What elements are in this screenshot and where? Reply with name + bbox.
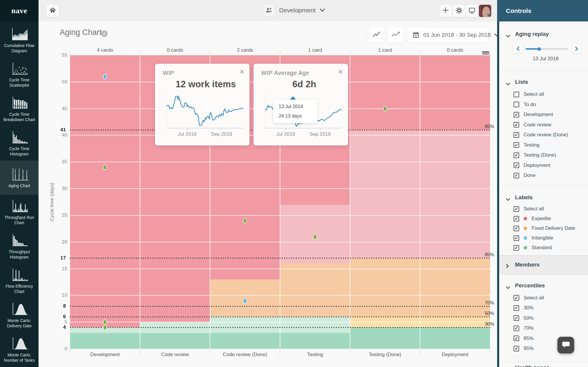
display-button[interactable]	[466, 5, 478, 17]
checkbox-label: 95%	[524, 346, 534, 351]
work-item-dot[interactable]	[103, 319, 107, 325]
checkbox-row[interactable]: ✓50%	[497, 313, 588, 324]
lists-section: Lists Select allTo do✓Development✓Code r…	[497, 71, 588, 186]
sidebar-item-cumulative-flow[interactable]: Cumulative Flow Diagram	[0, 23, 39, 57]
user-avatar[interactable]	[479, 5, 491, 17]
sidebar-item-throughput[interactable]: Throughput Histogram	[0, 229, 39, 264]
sidebar-item-throughput-run[interactable]: Throughput Run Chart	[0, 195, 39, 229]
checkbox-checked[interactable]: ✓	[514, 142, 519, 148]
health-zones-header[interactable]: Health zones	[497, 364, 588, 367]
main-content: Aging Chart i 01 Jun 2018 - 30 Sep 2018 …	[39, 21, 497, 367]
checkbox-checked[interactable]: ✓	[514, 206, 519, 212]
checkbox-checked[interactable]: ✓	[514, 245, 519, 251]
checkbox-label: Development	[524, 112, 553, 118]
checkbox-row[interactable]: ✓Done	[497, 170, 588, 181]
health-zone	[140, 333, 210, 349]
chevron-down-icon	[506, 196, 510, 199]
sidebar-item-flow-efficiency[interactable]: Flow Efficiency Chart	[0, 264, 39, 298]
checkbox-unchecked[interactable]	[514, 102, 519, 107]
label-color-dot	[524, 236, 527, 240]
sidebar-item-aging-chart[interactable]: Aging Chart	[0, 160, 39, 195]
home-button[interactable]	[46, 5, 59, 17]
date-range-picker[interactable]: 01 Jun 2018 - 30 Sep 2018	[407, 27, 488, 43]
y-axis-tick: 0	[65, 346, 67, 352]
checkbox-checked[interactable]: ✓	[514, 153, 519, 158]
checkbox-row[interactable]: ✓85%	[497, 334, 588, 344]
members-header[interactable]: Members	[497, 261, 588, 269]
aging-replay-header[interactable]: Aging replay	[497, 30, 588, 38]
sidebar-item-monte-carlo-[interactable]: Monte Carlo: Delivery Date	[0, 298, 39, 332]
checkbox-row[interactable]: ✓95%	[497, 343, 588, 354]
checkbox-row[interactable]: ✓Testing (Done)	[497, 150, 588, 160]
add-button[interactable]	[439, 5, 452, 17]
work-item-dot[interactable]	[103, 74, 107, 79]
checkbox-checked[interactable]: ✓	[514, 336, 519, 341]
checkbox-checked[interactable]: ✓	[514, 315, 519, 321]
chat-button[interactable]	[557, 337, 574, 353]
checkbox-checked[interactable]: ✓	[514, 305, 519, 311]
forecast-toggle-button[interactable]	[388, 27, 404, 43]
checkbox-checked[interactable]: ✓	[514, 326, 519, 331]
replay-slider-track[interactable]	[526, 48, 568, 50]
checkbox-row[interactable]: ✓Testing	[497, 140, 588, 150]
work-item-dot[interactable]	[383, 106, 387, 111]
checkbox-row[interactable]: ✓Select all	[497, 204, 588, 214]
settings-button[interactable]	[453, 5, 465, 17]
checkbox-row[interactable]: ✓Fixed Delivery Date	[497, 224, 588, 233]
checkbox-unchecked[interactable]	[514, 92, 519, 97]
work-item-dot[interactable]	[243, 218, 247, 224]
checkbox-row[interactable]: ✓Development	[497, 110, 588, 120]
sidebar-item-label: Cycle Time Histogram	[9, 146, 29, 157]
checkbox-checked[interactable]: ✓	[514, 132, 519, 138]
sidebar-item-cycle-time[interactable]: Cycle Time Breakdown Chart	[0, 92, 39, 126]
replay-prev-button[interactable]	[513, 44, 522, 53]
checkbox-checked[interactable]: ✓	[514, 235, 519, 241]
checkbox-checked[interactable]: ✓	[514, 122, 519, 128]
y-axis-tick: 35	[62, 159, 67, 165]
nave-logo[interactable]: nave	[0, 0, 39, 21]
work-item-dot[interactable]	[103, 325, 107, 330]
checkbox-checked[interactable]: ✓	[514, 226, 519, 231]
chart-tooltip: 13 Jul 2018 24.13 days	[273, 100, 317, 123]
checkbox-checked[interactable]: ✓	[514, 346, 519, 351]
checkbox-row[interactable]: ✓Code review	[497, 120, 588, 130]
work-item-dot[interactable]	[243, 298, 247, 304]
work-item-dot[interactable]	[103, 165, 107, 170]
sidebar-item-cycle-time[interactable]: Cycle Time Histogram	[0, 126, 39, 160]
board-selector[interactable]: Development	[263, 4, 325, 16]
column-boundary-tick	[70, 51, 70, 55]
checkbox-row[interactable]: ✓Select all	[497, 293, 588, 303]
replay-next-button[interactable]	[572, 44, 581, 53]
column-card-count: 0 cards	[420, 47, 490, 53]
labels-header[interactable]: Labels	[497, 194, 588, 201]
page-title: Aging Chart	[60, 28, 102, 37]
sidebar-item-label: Monte Carlo: Delivery Date	[7, 318, 31, 329]
close-icon[interactable]: ×	[240, 67, 244, 76]
checkbox-checked[interactable]: ✓	[514, 112, 519, 118]
checkbox-row[interactable]: To do	[497, 100, 588, 110]
lists-header[interactable]: Lists	[497, 78, 588, 86]
health-zone	[350, 130, 420, 258]
checkbox-checked[interactable]: ✓	[514, 295, 519, 301]
close-icon[interactable]: ×	[338, 67, 343, 76]
checkbox-row[interactable]: ✓Code review (Done)	[497, 130, 588, 140]
replay-slider-handle[interactable]	[537, 47, 541, 51]
checkbox-row[interactable]: ✓Expedite	[497, 214, 588, 224]
checkbox-row[interactable]: ✓70%	[497, 323, 588, 334]
checkbox-row[interactable]: ✓Standard	[497, 243, 588, 253]
checkbox-row[interactable]: ✓Deployment	[497, 160, 588, 171]
checkbox-checked[interactable]: ✓	[514, 173, 519, 178]
sidebar-item-monte-carlo-[interactable]: Monte Carlo: Number of Tasks	[0, 332, 39, 367]
checkbox-checked[interactable]: ✓	[514, 162, 519, 168]
health-zone	[350, 55, 420, 130]
checkbox-label: Code review (Done)	[524, 132, 568, 138]
percentiles-header[interactable]: Percentiles	[497, 282, 588, 289]
checkbox-row[interactable]: Select all	[497, 89, 588, 100]
info-icon[interactable]: i	[101, 30, 108, 37]
checkbox-row[interactable]: ✓Intangible	[497, 233, 588, 243]
checkbox-checked[interactable]: ✓	[514, 216, 519, 222]
line-chart-toggle-button[interactable]	[369, 27, 384, 43]
sidebar-item-cycle-time[interactable]: Cycle Time Scatterplot	[0, 57, 39, 92]
work-item-dot[interactable]	[313, 234, 317, 239]
checkbox-row[interactable]: ✓30%	[497, 303, 588, 313]
